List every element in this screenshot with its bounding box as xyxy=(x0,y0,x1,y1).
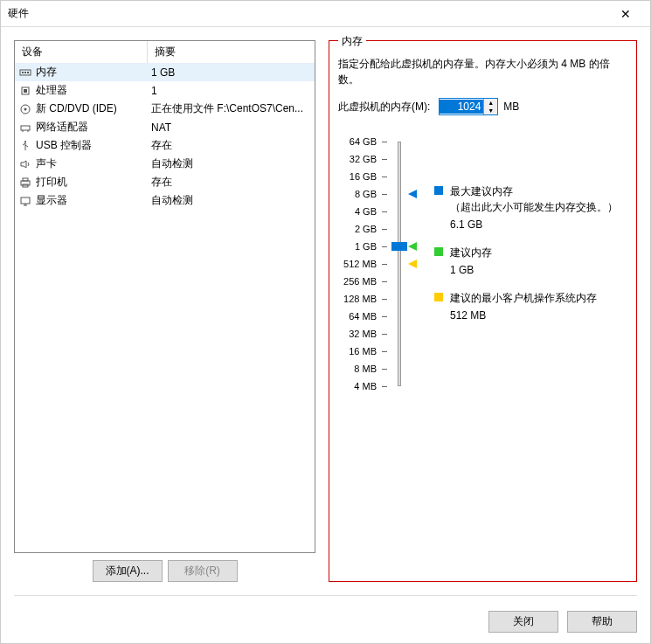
table-row[interactable]: 声卡自动检测 xyxy=(15,155,315,173)
legend-min-label: 建议的最小客户机操作系统内存 xyxy=(450,290,597,306)
memory-unit: MB xyxy=(503,100,519,113)
display-icon xyxy=(18,194,32,208)
slider-tick xyxy=(382,203,391,220)
legend-column: 最大建议内存 （超出此大小可能发生内存交换。） 6.1 GB 建议内存 1 GB xyxy=(426,133,627,395)
legend-max: 最大建议内存 （超出此大小可能发生内存交换。） 6.1 GB xyxy=(434,184,627,232)
device-summary: 自动检测 xyxy=(151,193,311,208)
header-summary[interactable]: 摘要 xyxy=(148,41,315,63)
close-button[interactable]: 关闭 xyxy=(488,611,558,633)
legend-swatch-yellow-icon xyxy=(434,293,443,301)
svg-rect-2 xyxy=(24,72,26,73)
svg-rect-8 xyxy=(21,126,30,130)
header-device[interactable]: 设备 xyxy=(15,41,148,63)
legend-min: 建议的最小客户机操作系统内存 512 MB xyxy=(434,290,627,323)
device-summary: 正在使用文件 F:\CentOS7\Cen... xyxy=(151,101,311,116)
slider-tick xyxy=(382,343,391,360)
slider-tick xyxy=(382,238,391,255)
slider-tick xyxy=(382,290,391,308)
cd-icon xyxy=(18,102,32,116)
marker-min-icon xyxy=(408,260,417,268)
remove-button[interactable]: 移除(R) xyxy=(168,560,238,582)
legend-max-value: 6.1 GB xyxy=(450,217,618,232)
separator xyxy=(14,595,637,596)
legend-min-value: 512 MB xyxy=(450,308,597,323)
slider-tick xyxy=(382,255,391,273)
slider-ticks xyxy=(382,133,391,395)
slider-tick-label: 128 MB xyxy=(338,290,382,308)
help-button[interactable]: 帮助 xyxy=(567,611,637,633)
legend-rec-label: 建议内存 xyxy=(450,245,492,260)
slider-tick-label: 64 MB xyxy=(338,308,382,325)
svg-rect-1 xyxy=(22,72,24,73)
slider-thumb[interactable] xyxy=(391,242,407,251)
legend-swatch-green-icon xyxy=(434,247,443,256)
slider-tick-label: 256 MB xyxy=(338,273,382,290)
add-button[interactable]: 添加(A)... xyxy=(93,560,163,582)
device-rows: 内存1 GB处理器1新 CD/DVD (IDE)正在使用文件 F:\CentOS… xyxy=(15,63,315,210)
memory-slider[interactable] xyxy=(398,142,401,386)
right-panel: 内存 指定分配给此虚拟机的内存量。内存大小必须为 4 MB 的倍数。 此虚拟机的… xyxy=(329,40,637,582)
device-summary: 1 xyxy=(151,85,311,97)
spinner-up-icon[interactable]: ▲ xyxy=(484,99,497,107)
table-row[interactable]: 显示器自动检测 xyxy=(15,191,315,210)
device-name: 显示器 xyxy=(36,193,151,208)
slider-tick-label: 4 MB xyxy=(338,377,382,395)
legend-max-sub: （超出此大小可能发生内存交换。） xyxy=(450,199,618,215)
device-name: USB 控制器 xyxy=(36,138,151,153)
content-area: 设备 摘要 内存1 GB处理器1新 CD/DVD (IDE)正在使用文件 F:\… xyxy=(1,27,650,595)
device-name: 打印机 xyxy=(36,175,151,190)
panel-description: 指定分配给此虚拟机的内存量。内存大小必须为 4 MB 的倍数。 xyxy=(338,56,627,87)
slider-tick-label: 16 MB xyxy=(338,343,382,360)
legend-rec: 建议内存 1 GB xyxy=(434,245,627,278)
slider-tick-label: 16 GB xyxy=(338,168,382,185)
memory-input-row: 此虚拟机的内存(M): ▲ ▼ MB xyxy=(338,98,627,115)
device-summary: 存在 xyxy=(151,175,311,190)
left-buttons: 添加(A)... 移除(R) xyxy=(14,560,315,582)
marker-max-icon xyxy=(408,190,417,198)
slider-tick xyxy=(382,185,391,203)
device-name: 网络适配器 xyxy=(36,120,151,135)
slider-tick-label: 8 GB xyxy=(338,185,382,203)
close-icon[interactable]: ✕ xyxy=(608,2,643,26)
legend-rec-value: 1 GB xyxy=(450,262,492,278)
slider-labels: 64 GB32 GB16 GB8 GB4 GB2 GB1 GB512 MB256… xyxy=(338,133,382,395)
table-row[interactable]: 处理器1 xyxy=(15,81,315,100)
svg-point-11 xyxy=(24,141,26,142)
memory-input[interactable] xyxy=(440,100,483,114)
device-name: 声卡 xyxy=(36,156,151,171)
slider-tick xyxy=(382,168,391,185)
svg-rect-3 xyxy=(27,72,29,73)
left-panel: 设备 摘要 内存1 GB处理器1新 CD/DVD (IDE)正在使用文件 F:\… xyxy=(14,40,315,582)
bottom-buttons: 关闭 帮助 xyxy=(488,611,637,633)
marker-rec-icon xyxy=(408,242,417,251)
table-row[interactable]: USB 控制器存在 xyxy=(15,136,315,155)
device-table: 设备 摘要 内存1 GB处理器1新 CD/DVD (IDE)正在使用文件 F:\… xyxy=(14,40,315,553)
hardware-dialog: 硬件 ✕ 设备 摘要 内存1 GB处理器1新 CD/DVD (IDE)正在使用文… xyxy=(0,0,651,644)
device-summary: 1 GB xyxy=(151,66,311,79)
usb-icon xyxy=(18,139,32,153)
device-summary: 自动检测 xyxy=(151,156,311,171)
device-summary: NAT xyxy=(151,121,311,134)
printer-icon xyxy=(18,176,32,190)
marker-column xyxy=(408,133,426,395)
slider-tick-label: 1 GB xyxy=(338,238,382,255)
slider-track-col xyxy=(391,133,408,395)
table-row[interactable]: 打印机存在 xyxy=(15,173,315,191)
sound-icon xyxy=(18,157,32,171)
legend-swatch-blue-icon xyxy=(434,186,443,195)
device-name: 处理器 xyxy=(36,83,151,98)
slider-tick-label: 512 MB xyxy=(338,255,382,273)
device-summary: 存在 xyxy=(151,138,311,153)
table-row[interactable]: 内存1 GB xyxy=(15,63,315,81)
slider-tick-label: 8 MB xyxy=(338,360,382,377)
table-row[interactable]: 网络适配器NAT xyxy=(15,118,315,136)
titlebar: 硬件 ✕ xyxy=(1,1,650,27)
device-name: 新 CD/DVD (IDE) xyxy=(36,101,151,116)
slider-tick xyxy=(382,220,391,238)
slider-tick xyxy=(382,377,391,395)
svg-point-7 xyxy=(24,107,27,110)
svg-rect-5 xyxy=(24,89,27,93)
spinner-down-icon[interactable]: ▼ xyxy=(484,107,497,114)
slider-tick-label: 2 GB xyxy=(338,220,382,238)
table-row[interactable]: 新 CD/DVD (IDE)正在使用文件 F:\CentOS7\Cen... xyxy=(15,100,315,118)
